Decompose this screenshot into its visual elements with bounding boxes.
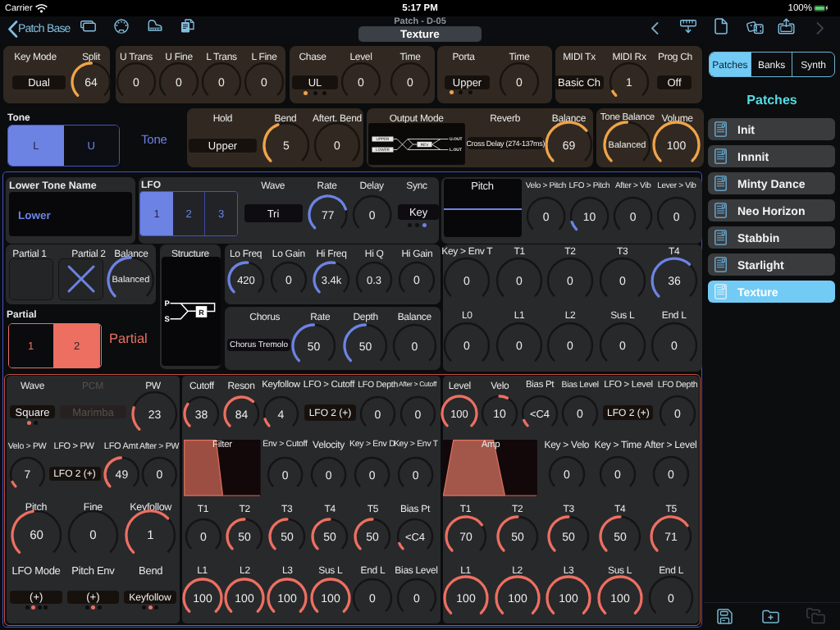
svg-text:0: 0 <box>218 75 225 89</box>
svg-text:77: 77 <box>322 208 335 221</box>
svg-text:0: 0 <box>411 339 418 352</box>
svg-text:64: 64 <box>84 75 98 89</box>
svg-text:0: 0 <box>668 591 674 605</box>
svg-text:0: 0 <box>542 209 549 222</box>
svg-text:0: 0 <box>261 75 267 89</box>
svg-text:0: 0 <box>674 407 681 420</box>
svg-text:100: 100 <box>610 591 630 605</box>
svg-text:0: 0 <box>619 274 626 287</box>
svg-text:100: 100 <box>450 408 468 420</box>
svg-text:0: 0 <box>577 407 583 420</box>
svg-text:0: 0 <box>463 274 470 287</box>
svg-text:49: 49 <box>115 468 128 481</box>
svg-text:50: 50 <box>323 530 336 543</box>
svg-text:Balanced: Balanced <box>112 275 149 285</box>
svg-text:100: 100 <box>193 591 212 605</box>
svg-text:0: 0 <box>671 339 678 352</box>
svg-text:Balanced: Balanced <box>609 140 646 150</box>
svg-text:70: 70 <box>459 530 472 543</box>
svg-text:0: 0 <box>614 468 621 481</box>
svg-text:0: 0 <box>358 75 364 89</box>
svg-text:0: 0 <box>516 274 523 287</box>
svg-text:0: 0 <box>463 339 470 352</box>
svg-text:LOWER: LOWER <box>376 148 390 152</box>
svg-text:5: 5 <box>283 139 290 152</box>
svg-text:69: 69 <box>563 139 576 152</box>
svg-text:0: 0 <box>668 468 674 481</box>
svg-text:0: 0 <box>282 468 289 481</box>
svg-text:UPPER: UPPER <box>377 137 390 141</box>
svg-text:R: R <box>199 308 204 317</box>
svg-text:0: 0 <box>567 339 573 352</box>
svg-text:0: 0 <box>413 468 419 481</box>
svg-text:0: 0 <box>369 591 376 605</box>
svg-text:50: 50 <box>511 530 524 543</box>
svg-text:P: P <box>164 299 170 308</box>
svg-text:REV: REV <box>421 142 429 146</box>
svg-text:36: 36 <box>668 274 681 287</box>
svg-text:38: 38 <box>195 407 208 420</box>
svg-text:0: 0 <box>133 75 139 89</box>
svg-text:0: 0 <box>157 468 163 481</box>
svg-text:0: 0 <box>375 407 381 420</box>
svg-text:420: 420 <box>237 274 255 286</box>
svg-text:0: 0 <box>516 339 523 352</box>
svg-text:0: 0 <box>334 139 340 152</box>
svg-text:84: 84 <box>235 407 248 420</box>
svg-text:0: 0 <box>630 209 637 222</box>
svg-text:10: 10 <box>583 209 596 222</box>
svg-text:100: 100 <box>456 591 476 605</box>
svg-text:0: 0 <box>369 468 376 481</box>
svg-text:0: 0 <box>89 528 96 542</box>
svg-text:0: 0 <box>619 339 626 352</box>
svg-text:10: 10 <box>494 407 507 420</box>
svg-text:0: 0 <box>285 273 292 286</box>
svg-text:23: 23 <box>148 407 161 420</box>
svg-text:100: 100 <box>321 591 340 605</box>
svg-text:50: 50 <box>238 530 251 543</box>
svg-text:3.4k: 3.4k <box>322 274 342 286</box>
svg-text:<C4: <C4 <box>405 531 425 543</box>
svg-text:100: 100 <box>278 591 298 605</box>
svg-text:50: 50 <box>359 339 372 352</box>
svg-text:50: 50 <box>281 530 294 543</box>
svg-text:100: 100 <box>667 139 687 152</box>
svg-text:0: 0 <box>516 75 523 89</box>
svg-text:0: 0 <box>407 75 413 89</box>
svg-text:S: S <box>164 315 169 324</box>
svg-text:<C4: <C4 <box>530 408 550 420</box>
svg-text:50: 50 <box>614 530 627 543</box>
svg-text:4: 4 <box>278 407 285 420</box>
svg-text:1: 1 <box>626 75 632 89</box>
svg-text:L.OUT: L.OUT <box>450 148 462 153</box>
svg-text:7: 7 <box>24 468 30 481</box>
svg-text:0: 0 <box>200 530 207 543</box>
svg-text:0: 0 <box>413 273 420 286</box>
svg-text:0: 0 <box>414 407 421 420</box>
svg-text:U.OUT: U.OUT <box>450 137 463 142</box>
svg-text:0: 0 <box>176 75 182 89</box>
svg-text:0: 0 <box>673 209 680 222</box>
svg-text:100: 100 <box>508 591 527 605</box>
svg-text:71: 71 <box>664 530 678 543</box>
svg-text:50: 50 <box>367 530 380 543</box>
svg-text:0: 0 <box>369 208 376 221</box>
svg-text:0.3: 0.3 <box>367 274 381 286</box>
svg-text:60: 60 <box>30 528 43 542</box>
svg-text:50: 50 <box>308 339 321 352</box>
svg-text:0: 0 <box>413 591 420 605</box>
svg-text:100: 100 <box>235 591 255 605</box>
svg-text:1: 1 <box>148 528 154 542</box>
svg-text:0: 0 <box>567 274 573 287</box>
svg-text:100: 100 <box>559 591 578 605</box>
svg-text:0: 0 <box>564 468 570 481</box>
svg-text:0: 0 <box>326 468 332 481</box>
svg-text:50: 50 <box>562 530 575 543</box>
